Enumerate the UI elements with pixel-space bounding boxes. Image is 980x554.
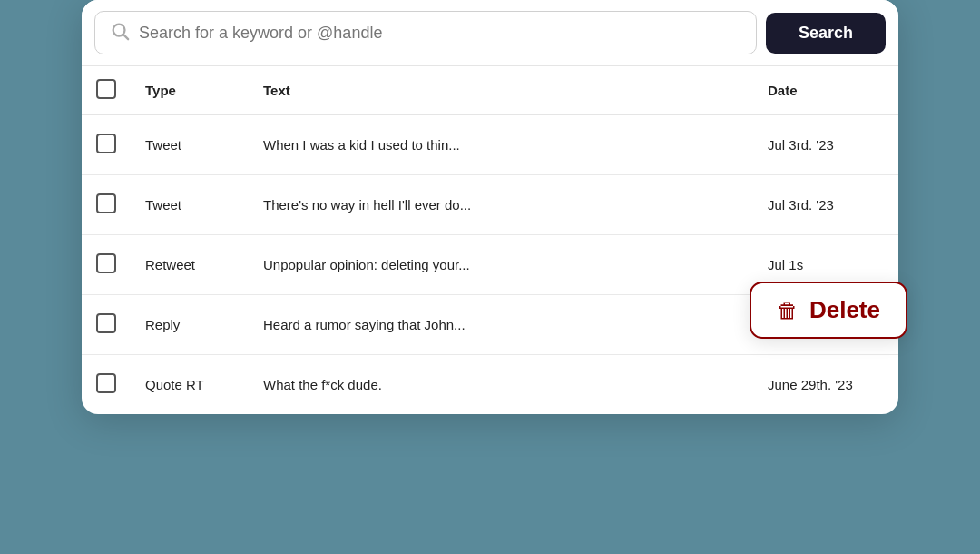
search-input[interactable] xyxy=(139,24,741,43)
row-checkbox-cell xyxy=(82,295,131,355)
header-checkbox-cell xyxy=(82,66,131,115)
row-type-1: Tweet xyxy=(131,175,249,235)
row-text-1: There's no way in hell I'll ever do... xyxy=(249,175,753,235)
row-date-4: June 29th. '23 xyxy=(753,355,898,415)
table-row: Quote RT What the f*ck dude. June 29th. … xyxy=(82,355,898,415)
row-checkbox-2[interactable] xyxy=(96,253,116,273)
row-checkbox-3[interactable] xyxy=(96,313,116,333)
search-input-wrapper xyxy=(94,11,757,54)
tweets-table: Type Text Date Tweet When I was a kid I … xyxy=(82,66,898,414)
row-text-0: When I was a kid I used to thin... xyxy=(249,115,753,175)
table-row: Tweet When I was a kid I used to thin...… xyxy=(82,115,898,175)
row-date-1: Jul 3rd. '23 xyxy=(753,175,898,235)
row-checkbox-cell xyxy=(82,355,131,415)
table-header-row: Type Text Date xyxy=(82,66,898,115)
delete-trash-icon: 🗑 xyxy=(777,298,799,323)
row-checkbox-1[interactable] xyxy=(96,193,116,213)
search-button[interactable]: Search xyxy=(766,13,886,54)
row-checkbox-cell xyxy=(82,235,131,295)
search-bar: Search xyxy=(82,0,898,66)
table-row: Tweet There's no way in hell I'll ever d… xyxy=(82,175,898,235)
search-icon xyxy=(110,21,130,45)
main-card: Search Type Text Date Tweet When I was xyxy=(82,0,898,414)
row-date-0: Jul 3rd. '23 xyxy=(753,115,898,175)
svg-line-1 xyxy=(123,35,128,39)
row-checkbox-0[interactable] xyxy=(96,134,116,153)
column-header-date: Date xyxy=(753,66,898,115)
row-type-4: Quote RT xyxy=(131,355,249,415)
select-all-checkbox[interactable] xyxy=(96,79,116,99)
row-text-2: Unpopular opinion: deleting your... xyxy=(249,235,753,295)
row-text-4: What the f*ck dude. xyxy=(249,355,753,415)
column-header-text: Text xyxy=(249,66,753,115)
table-wrapper: Type Text Date Tweet When I was a kid I … xyxy=(82,66,898,414)
column-header-type: Type xyxy=(131,66,249,115)
row-type-3: Reply xyxy=(131,295,249,355)
row-checkbox-4[interactable] xyxy=(96,373,116,393)
row-checkbox-cell xyxy=(82,175,131,235)
row-text-3: Heard a rumor saying that John... xyxy=(249,295,753,355)
delete-label: Delete xyxy=(809,296,880,324)
row-checkbox-cell xyxy=(82,115,131,175)
delete-popup[interactable]: 🗑 Delete xyxy=(750,282,907,339)
row-type-2: Retweet xyxy=(131,235,249,295)
row-type-0: Tweet xyxy=(131,115,249,175)
